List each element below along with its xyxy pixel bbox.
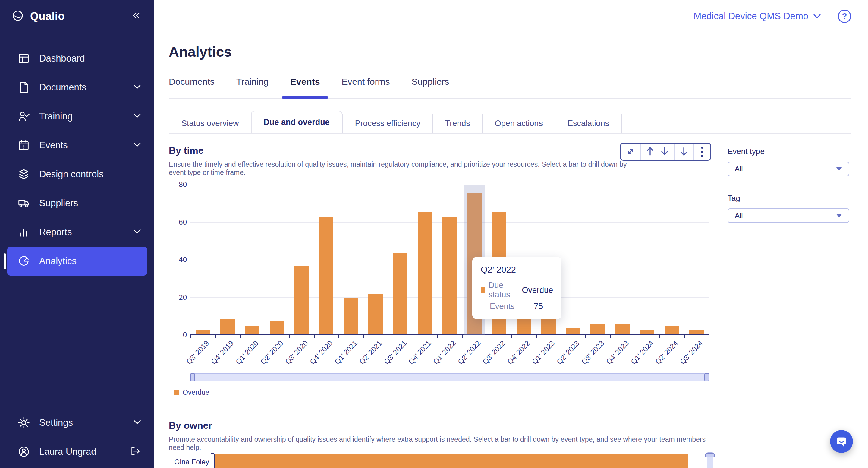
expand-icon[interactable] — [621, 144, 640, 160]
sidebar-item-events[interactable]: Events — [7, 131, 147, 160]
byowner-bar-gina-foley[interactable] — [215, 455, 688, 468]
account-switcher-label: Medical Device QMS Demo — [693, 11, 808, 22]
bytime-bar-q2-2020[interactable] — [270, 321, 284, 334]
y-tick-label: 0 — [183, 330, 187, 339]
sub-tabs: Status overviewDue and overdueProcess ef… — [169, 114, 851, 134]
by-time-description: Ensure the timely and effective resoluti… — [169, 160, 641, 177]
sidebar-item-settings[interactable]: Settings — [7, 408, 147, 437]
tag-dropdown[interactable]: All — [727, 208, 849, 223]
x-tick-label: Q3' 2021 — [382, 339, 408, 366]
chevron-down-icon — [133, 228, 142, 236]
sidebar-item-reports[interactable]: Reports — [7, 218, 147, 247]
sidebar-item-dashboard[interactable]: Dashboard — [7, 44, 147, 73]
subtab-due-and-overdue[interactable]: Due and overdue — [251, 111, 342, 133]
subtab-open-actions[interactable]: Open actions — [482, 114, 555, 133]
bytime-bar-q2-2021[interactable] — [368, 294, 383, 334]
x-tick-label: Q1' 2021 — [333, 339, 359, 366]
bytime-bar-q3-2024[interactable] — [689, 330, 704, 334]
chat-launcher-button[interactable] — [830, 430, 853, 453]
tab-suppliers[interactable]: Suppliers — [411, 76, 449, 98]
x-tick-label: Q4' 2022 — [506, 339, 532, 366]
range-handle-left[interactable] — [190, 373, 195, 381]
arrow-down-icon[interactable] — [660, 146, 669, 157]
tab-event-forms[interactable]: Event forms — [341, 76, 390, 98]
download-arrow-icon[interactable] — [675, 144, 693, 160]
sidebar: Qualio DashboardDocumentsTrainingEventsD… — [0, 0, 154, 468]
arrow-up-icon[interactable] — [646, 146, 655, 157]
logout-icon[interactable] — [129, 445, 142, 459]
x-tick-label: Q4' 2020 — [308, 339, 334, 366]
chart-toolbar — [620, 143, 711, 161]
bytime-bar-q4-2019[interactable] — [220, 319, 235, 334]
tab-events[interactable]: Events — [290, 76, 320, 98]
overdue-swatch — [174, 390, 179, 395]
tab-documents[interactable]: Documents — [169, 76, 215, 98]
bytime-bar-q1-2021[interactable] — [344, 298, 358, 334]
chevron-down-icon — [813, 13, 821, 19]
bytime-bar-q1-2024[interactable] — [640, 330, 654, 334]
y-axis-labels: 020406080 — [169, 184, 190, 335]
sidebar-item-analytics[interactable]: Analytics — [7, 247, 147, 275]
owner-bar-track — [214, 454, 713, 468]
account-switcher[interactable]: Medical Device QMS Demo — [693, 11, 821, 22]
subtab-escalations[interactable]: Escalations — [555, 114, 622, 133]
chevron-down-icon — [133, 113, 142, 120]
tooltip-value: Overdue — [522, 286, 553, 295]
x-tick — [709, 334, 710, 338]
x-tick-label: Q1' 2020 — [234, 339, 260, 366]
sidebar-item-label: Training — [39, 111, 73, 122]
subtab-trends[interactable]: Trends — [433, 114, 482, 133]
tooltip-title: Q2' 2022 — [481, 265, 553, 275]
bytime-bar-q2-2023[interactable] — [566, 328, 581, 334]
chart-legend: Overdue — [174, 388, 713, 397]
tag-value: All — [735, 211, 743, 220]
sidebar-item-label: Dashboard — [39, 53, 85, 64]
bytime-bar-q4-2023[interactable] — [615, 324, 629, 334]
legend-label: Overdue — [183, 388, 209, 397]
x-tick-label: Q3' 2022 — [481, 339, 507, 366]
sidebar-item-user[interactable]: Laura Ungrad — [7, 437, 147, 466]
time-range-scrollbar[interactable] — [190, 373, 709, 381]
tooltip-row: Due status Overdue — [481, 281, 553, 299]
sidebar-item-label: Suppliers — [39, 198, 78, 209]
event-type-dropdown[interactable]: All — [727, 162, 849, 176]
calendar-alert-icon — [17, 138, 31, 152]
caret-down-icon — [836, 214, 842, 217]
chart-filters: Event type All Tag All — [727, 145, 851, 468]
bytime-bar-q1-2020[interactable] — [245, 326, 259, 334]
dashboard-icon — [17, 52, 31, 65]
bytime-bar-q1-2022[interactable] — [442, 217, 457, 334]
help-icon[interactable]: ? — [838, 10, 851, 23]
bytime-bar-q4-2020[interactable] — [319, 217, 333, 334]
sidebar-item-label: Design controls — [39, 169, 104, 180]
sidebar-item-design-controls[interactable]: Design controls — [7, 160, 147, 189]
sort-arrows-group — [641, 144, 674, 160]
event-type-value: All — [735, 165, 743, 173]
bytime-bar-q1-2023[interactable] — [541, 319, 556, 334]
brand: Qualio — [11, 9, 65, 24]
chevron-down-icon — [133, 419, 142, 427]
bytime-bar-q3-2021[interactable] — [393, 253, 407, 334]
bar-chart-icon — [17, 225, 31, 239]
collapse-sidebar-icon[interactable] — [130, 10, 142, 23]
tooltip-label: Due status — [489, 281, 522, 299]
x-tick-label: Q3' 2019 — [185, 339, 211, 366]
training-icon — [17, 110, 31, 123]
by-time-section: By time Ensure the timely and effective … — [169, 145, 713, 468]
sidebar-item-suppliers[interactable]: Suppliers — [7, 189, 147, 218]
bytime-bar-q3-2019[interactable] — [195, 330, 210, 334]
bytime-bar-q3-2020[interactable] — [294, 266, 309, 334]
bytime-bar-q3-2023[interactable] — [590, 324, 605, 334]
gear-icon — [17, 416, 31, 430]
subtab-status-overview[interactable]: Status overview — [169, 114, 251, 133]
by-time-heading: By time — [169, 145, 641, 156]
subtab-process-efficiency[interactable]: Process efficiency — [342, 114, 433, 133]
tab-training[interactable]: Training — [236, 76, 269, 98]
kebab-menu-icon[interactable] — [694, 144, 710, 160]
sidebar-item-documents[interactable]: Documents — [7, 73, 147, 102]
range-handle-right[interactable] — [704, 373, 709, 381]
bytime-bar-q2-2024[interactable] — [664, 326, 679, 334]
sidebar-item-label: Settings — [39, 417, 73, 428]
bytime-bar-q4-2021[interactable] — [418, 212, 432, 334]
sidebar-item-training[interactable]: Training — [7, 102, 147, 131]
